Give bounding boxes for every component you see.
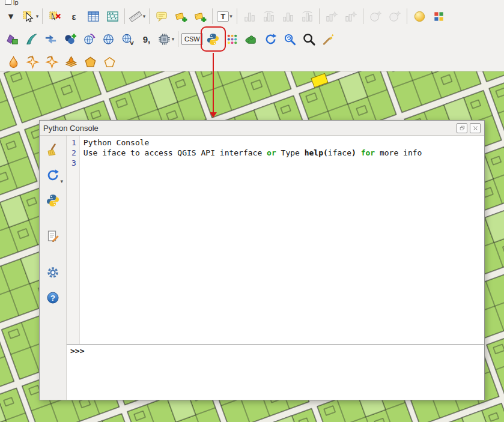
help-button[interactable] [43,288,62,307]
line-number: 2 [71,148,76,158]
toolbar-overflow[interactable]: ▾ [2,7,20,25]
options-button[interactable] [43,263,62,282]
spark-icon [344,10,358,23]
tag-plus-icon [174,10,188,23]
star-arrow-icon [26,55,40,69]
terrain-stack-tool[interactable] [62,53,80,71]
plug-green-icon [244,32,258,46]
abacus-icon [106,10,120,23]
float-window-button[interactable] [457,123,467,133]
wand-icon [321,32,335,46]
show-spatial-bookmarks[interactable] [191,7,209,25]
select-by-expression[interactable]: ε [65,7,83,25]
toolbar-separator [42,8,43,24]
measure[interactable]: ▾ [128,7,146,25]
processing-wand[interactable] [320,30,338,48]
code-segment: or [267,148,276,157]
map-tips[interactable] [153,7,171,25]
annotation-arrow-line [213,53,214,112]
dots-grid-icon [225,32,239,46]
raster-star-tool-2[interactable] [43,53,61,71]
bubble-icon [155,10,169,23]
hist2-icon [262,10,276,23]
gear-icon [46,265,60,280]
python-console[interactable] [204,30,222,48]
statistical-summary[interactable] [103,7,121,25]
metasearch-catalog[interactable] [80,30,98,48]
menu-fragment[interactable]: lp [5,0,19,5]
code-segment: ) [351,148,356,157]
grid-colors-icon [432,10,446,23]
coordinate-capture[interactable]: 9, [138,30,156,48]
console-line: Use iface to access QGIS API interface o… [83,148,422,158]
text-annotation[interactable]: T▾ [216,7,234,25]
chevron-down-icon: ▾ [143,14,146,19]
full-cumulative-stretch [298,7,316,25]
stack-icon [64,55,78,69]
open-attribute-table[interactable] [84,7,102,25]
console-sidebar: ▾ [40,136,67,400]
clear-console-button[interactable] [43,140,62,160]
annotation-arrow-head [210,112,217,118]
qgis2web-export[interactable] [118,30,136,48]
console-output-area[interactable]: 123 Python ConsoleUse iface to access QG… [67,136,484,344]
console-input-area[interactable]: >>> [67,344,484,400]
raster-star-tool-1[interactable] [23,53,41,71]
import-class-button[interactable] [43,191,62,210]
interpolation-tool[interactable] [4,53,22,71]
toolbar-row-1: ▾▾ε▾T▾ [1,7,448,25]
plugin-manager[interactable] [243,30,261,48]
spark-icon [325,10,339,23]
code-segment: Type [276,148,305,157]
house-icon [83,55,97,69]
arrows-blue-icon [44,32,58,46]
table-icon [87,10,100,23]
csw-catalog[interactable]: CSW [181,30,203,48]
broom-icon [46,143,60,157]
deselect-features[interactable] [46,7,64,25]
close-window-button[interactable] [470,123,481,133]
deselect-icon [48,10,62,23]
new-virtual-layer[interactable] [3,30,21,48]
map-swipe-tool[interactable] [430,7,448,25]
new-spatial-bookmark[interactable] [172,7,190,25]
tag-plus-icon [193,10,207,23]
line-number: 1 [71,137,76,148]
python-icon [46,193,60,208]
code-segment: iface [328,148,351,157]
style-manager[interactable] [22,30,40,48]
toolbar-row-3 [4,53,119,71]
toolbar-row-2: 9,▾CSW [2,30,338,48]
select-features[interactable]: ▾ [21,7,39,25]
menu-fragment-label: lp [13,0,19,5]
chevron-down-icon: ▾ [36,14,39,19]
toolbar-overflow-glyph: ▾ [8,11,13,22]
sun-raster-tool[interactable] [410,7,428,25]
decrease-brightness [342,7,360,25]
increase-brightness [323,7,341,25]
chevron-down-icon: ▾ [60,179,63,184]
refresh-blue-icon [46,168,60,182]
droplet-icon [7,55,20,69]
show-editor-button[interactable] [43,227,62,246]
console-titlebar[interactable]: Python Console [40,121,484,136]
topology-checker[interactable] [61,30,79,48]
toolbar-separator [124,8,125,24]
gps-tools[interactable]: ▾ [157,30,175,48]
zoom-refresh-tool[interactable] [281,30,299,48]
hist-icon [281,10,295,23]
search-tool[interactable] [300,30,318,48]
code-segment: help( [305,148,328,157]
reload-plugins[interactable] [262,30,280,48]
console-line: Python Console [83,137,422,148]
footprint-tool[interactable] [100,53,118,71]
toolbar-separator [407,8,407,24]
osm-place-search[interactable] [41,30,59,48]
dem-tool[interactable] [81,53,99,71]
web-map-services[interactable] [99,30,117,48]
plugin-builder[interactable] [223,30,241,48]
cursor-icon [22,10,35,23]
python-icon [206,32,220,46]
toolbar-separator [149,8,150,24]
run-command-button[interactable]: ▾ [43,166,62,185]
